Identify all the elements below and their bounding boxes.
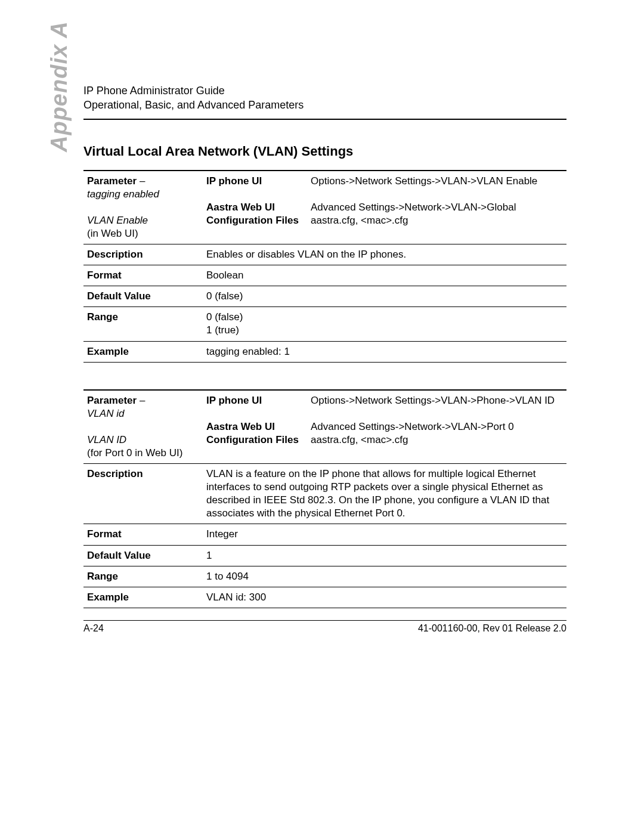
- t1-format-label: Format: [83, 265, 203, 286]
- t1-format-value: Boolean: [203, 265, 566, 286]
- footer-page-number: A-24: [83, 623, 104, 634]
- t1-values-cell: Options->Network Settings->VLAN->VLAN En…: [307, 171, 566, 244]
- footer-doc-id: 41-001160-00, Rev 01 Release 2.0: [418, 623, 566, 634]
- t1-description-label: Description: [83, 244, 203, 265]
- t2-default-value: 1: [203, 545, 566, 566]
- t1-description-value: Enables or disables VLAN on the IP phone…: [203, 244, 566, 265]
- appendix-tab: Appendix A: [47, 21, 72, 152]
- param-label-prefix: Parameter: [87, 175, 137, 187]
- ip-phone-ui-value: Options->Network Settings->VLAN->VLAN En…: [311, 175, 537, 187]
- t2-values-cell: Options->Network Settings->VLAN->Phone->…: [307, 390, 566, 464]
- t2-param-cell: Parameter – VLAN id VLAN ID (for Port 0 …: [83, 390, 203, 464]
- t2-format-label: Format: [83, 524, 203, 545]
- t2-default-label: Default Value: [83, 545, 203, 566]
- param-dash: –: [137, 175, 145, 187]
- alt-name-2b: (for Port 0 in Web UI): [87, 447, 182, 459]
- section-title: Virtual Local Area Network (VLAN) Settin…: [83, 144, 566, 159]
- config-files-label: Configuration Files: [206, 215, 299, 226]
- t1-default-value: 0 (false): [203, 286, 566, 307]
- t2-format-value: Integer: [203, 524, 566, 545]
- alt-name-1b: VLAN ID: [87, 434, 126, 445]
- aastra-web-ui-value: Advanced Settings->Network->VLAN->Global: [311, 202, 516, 213]
- t1-default-label: Default Value: [83, 286, 203, 307]
- footer-rule: [83, 620, 566, 621]
- t2-example-label: Example: [83, 587, 203, 608]
- running-header: IP Phone Administrator Guide Operational…: [83, 83, 566, 113]
- page: Appendix A IP Phone Administrator Guide …: [0, 0, 644, 833]
- param-label-prefix-2: Parameter: [87, 395, 137, 406]
- ip-phone-ui-label: IP phone UI: [206, 175, 262, 187]
- header-line-2: Operational, Basic, and Advanced Paramet…: [83, 98, 566, 112]
- config-files-value-2: aastra.cfg, <mac>.cfg: [311, 434, 408, 445]
- page-footer: A-24 41-001160-00, Rev 01 Release 2.0: [83, 620, 566, 634]
- ip-phone-ui-label-2: IP phone UI: [206, 395, 262, 406]
- aastra-web-ui-label: Aastra Web UI: [206, 202, 275, 213]
- header-line-1: IP Phone Administrator Guide: [83, 83, 566, 98]
- param-dash-2: –: [137, 395, 145, 406]
- t2-range-value: 1 to 4094: [203, 566, 566, 587]
- t1-labels-cell: IP phone UI Aastra Web UI Configuration …: [203, 171, 307, 244]
- t1-param-cell: Parameter – tagging enabled VLAN Enable …: [83, 171, 203, 244]
- t1-example-label: Example: [83, 341, 203, 362]
- t2-description-label: Description: [83, 464, 203, 524]
- t1-range-value: 0 (false) 1 (true): [203, 307, 566, 341]
- t1-example-value: tagging enabled: 1: [203, 341, 566, 362]
- param-name: tagging enabled: [87, 188, 159, 200]
- aastra-web-ui-label-2: Aastra Web UI: [206, 421, 275, 432]
- aastra-web-ui-value-2: Advanced Settings->Network->VLAN->Port 0: [311, 421, 514, 432]
- parameter-table-1: Parameter – tagging enabled VLAN Enable …: [83, 170, 566, 363]
- header-rule: [83, 119, 566, 120]
- alt-name-1: VLAN Enable: [87, 215, 148, 226]
- t2-range-label: Range: [83, 566, 203, 587]
- t2-description-value: VLAN is a feature on the IP phone that a…: [203, 464, 566, 524]
- ip-phone-ui-value-2: Options->Network Settings->VLAN->Phone->…: [311, 395, 555, 406]
- t2-example-value: VLAN id: 300: [203, 587, 566, 608]
- t1-range-label: Range: [83, 307, 203, 341]
- config-files-value: aastra.cfg, <mac>.cfg: [311, 215, 408, 226]
- config-files-label-2: Configuration Files: [206, 434, 299, 445]
- parameter-table-2: Parameter – VLAN id VLAN ID (for Port 0 …: [83, 389, 566, 608]
- alt-name-2: (in Web UI): [87, 228, 138, 239]
- param-name-2: VLAN id: [87, 408, 124, 419]
- t2-labels-cell: IP phone UI Aastra Web UI Configuration …: [203, 390, 307, 464]
